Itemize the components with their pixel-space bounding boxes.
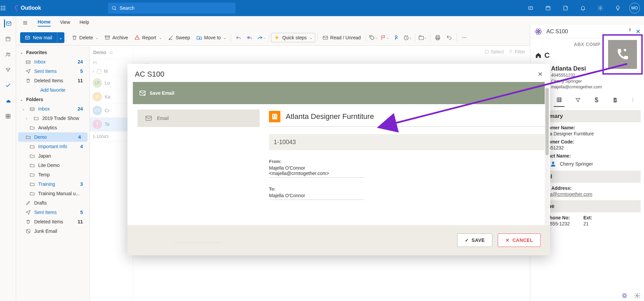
undo-icon[interactable] — [444, 32, 454, 43]
svg-rect-50 — [557, 98, 561, 102]
pin-icon[interactable] — [391, 32, 401, 43]
modal-to-value[interactable]: Majella O'Connor — [269, 191, 364, 200]
cancel-button[interactable]: ✕CANCEL — [498, 233, 541, 247]
more-icon[interactable] — [459, 32, 470, 43]
folder-junk[interactable]: Junk Email — [16, 226, 90, 236]
waffle-icon[interactable] — [0, 5, 13, 11]
person-icon — [550, 161, 556, 167]
archive-button[interactable]: Archive — [102, 32, 131, 43]
note-icon[interactable] — [559, 2, 572, 14]
modal-title: AC S100 — [135, 70, 164, 79]
svg-rect-21 — [8, 114, 10, 116]
folder-demo[interactable]: Demo4 — [18, 132, 88, 142]
svg-point-35 — [465, 37, 466, 38]
save-button[interactable]: ✓SAVE — [457, 233, 493, 247]
svg-point-33 — [462, 37, 463, 38]
modal-email-tab[interactable]: Email — [138, 110, 260, 127]
folder-tradeshow[interactable]: ›2019 Trade Show — [16, 114, 90, 123]
new-mail-dropdown[interactable]: ⌄ — [57, 32, 64, 43]
folder-sent[interactable]: Sent Items5 — [16, 208, 90, 217]
tab-filter-icon[interactable] — [573, 93, 583, 107]
folder-training[interactable]: Training3 — [16, 179, 90, 189]
addin-title: AC S100 — [546, 29, 568, 35]
folders-header[interactable]: ⌄Folders — [16, 95, 90, 104]
tab-help[interactable]: Help — [79, 19, 89, 26]
svg-rect-23 — [8, 117, 10, 118]
svg-point-17 — [6, 68, 7, 70]
modal-close-icon[interactable]: ✕ — [538, 71, 543, 78]
account-avatar[interactable]: MO — [629, 3, 640, 13]
forward-icon[interactable]: ⌄ — [256, 32, 267, 43]
hamburger-icon[interactable] — [22, 20, 28, 26]
modal-from-value[interactable]: Majella O'Connor <majella@crmtogether.co… — [269, 164, 364, 178]
svg-rect-62 — [273, 115, 274, 116]
tab-doc-icon[interactable] — [610, 93, 621, 107]
quicksteps-button[interactable]: Quick steps⌄ — [271, 33, 315, 42]
tab-view[interactable]: View — [60, 19, 70, 26]
rail-todo-icon[interactable] — [4, 81, 12, 89]
fav-inbox[interactable]: Inbox24 — [16, 57, 90, 67]
sweep-button[interactable]: Sweep — [165, 32, 193, 43]
readunread-button[interactable]: Read / Unread — [320, 32, 364, 43]
cursor-icon — [14, 5, 20, 11]
move-folder-icon[interactable]: ⌄ — [417, 32, 428, 43]
folder-deleted[interactable]: Deleted Items11 — [16, 217, 90, 226]
print-icon[interactable] — [432, 32, 443, 43]
teams-icon[interactable] — [525, 2, 537, 14]
phone-action-highlight[interactable] — [602, 34, 643, 75]
add-favorite[interactable]: Add favorite — [16, 85, 90, 95]
tab-dollar-icon[interactable]: $ — [591, 93, 602, 107]
addin-gear-icon[interactable] — [634, 292, 641, 299]
flag-icon[interactable]: ⌄ — [379, 32, 390, 43]
addin-logo-icon — [534, 27, 543, 36]
chevron-down-icon: ⌄ — [159, 36, 162, 40]
save-email-modal: AC S100 ✕ Save Email Email Atlanta Desig… — [127, 64, 550, 255]
chevron-down-icon: ⌄ — [223, 36, 226, 40]
snooze-icon[interactable]: ⌄ — [402, 32, 413, 43]
search-box[interactable]: Search — [108, 3, 235, 13]
folder-drafts[interactable]: Drafts — [16, 198, 90, 208]
delete-button[interactable]: Delete⌄ — [69, 32, 101, 43]
nav-fwd-icon[interactable]: 〉 — [629, 93, 639, 107]
report-button[interactable]: Report⌄ — [131, 32, 164, 43]
folder-important[interactable]: Important Info4 — [16, 142, 90, 151]
folder-japan[interactable]: Japan — [16, 151, 90, 161]
svg-point-19 — [7, 70, 9, 71]
label-email: Email Address: — [538, 185, 638, 191]
tips-icon[interactable] — [612, 2, 624, 14]
tab-grid-icon[interactable] — [554, 93, 565, 107]
moveto-button[interactable]: Move to⌄ — [194, 32, 229, 43]
svg-point-5 — [4, 8, 5, 9]
svg-rect-61 — [272, 114, 277, 120]
reply-icon[interactable] — [233, 32, 244, 43]
rail-apps-icon[interactable] — [4, 112, 12, 120]
left-rail — [0, 16, 16, 301]
tab-home[interactable]: Home — [38, 19, 51, 27]
new-mail-button[interactable]: New mail ⌄ — [20, 32, 64, 43]
favorites-header[interactable]: ⌄Favorites — [16, 48, 90, 57]
rail-onedrive-icon[interactable] — [4, 97, 12, 105]
rail-people-icon[interactable] — [4, 50, 12, 58]
folder-inbox[interactable]: ⌄Inbox24 — [16, 104, 90, 114]
addin-home[interactable]: C — [535, 51, 550, 60]
svg-point-54 — [552, 162, 554, 164]
rail-groups-icon[interactable] — [4, 66, 12, 74]
settings-gear-icon[interactable] — [594, 2, 606, 14]
rail-mail-icon[interactable] — [4, 19, 12, 28]
folder-litedemo[interactable]: Lite Demo — [16, 161, 90, 170]
fav-sent[interactable]: Sent Items5 — [16, 67, 90, 76]
folder-trainingmanual[interactable]: Training Manual u... — [16, 189, 90, 198]
addin-atom-icon[interactable] — [621, 292, 628, 299]
tag-icon[interactable]: ⌄ — [368, 32, 379, 43]
folder-analytics[interactable]: Analytics — [16, 123, 90, 132]
replyall-icon[interactable] — [245, 32, 255, 43]
bell-icon[interactable] — [577, 2, 589, 14]
rail-calendar-icon[interactable] — [4, 35, 12, 43]
calendar-meet-icon[interactable] — [542, 2, 554, 14]
folder-temp[interactable]: Temp — [16, 170, 90, 179]
x-icon: ✕ — [505, 238, 510, 243]
svg-point-34 — [464, 37, 464, 38]
fav-deleted[interactable]: Deleted Items11 — [16, 76, 90, 85]
svg-point-18 — [8, 68, 10, 70]
modal-case-input[interactable]: 1-10043 — [269, 134, 545, 150]
